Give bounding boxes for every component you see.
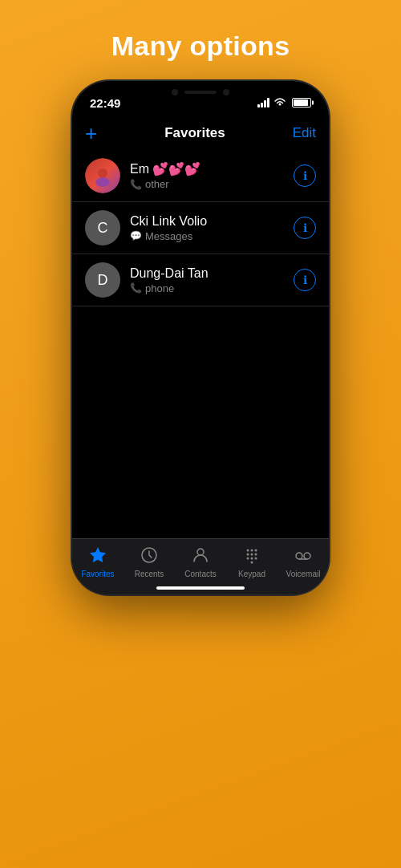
svg-point-11 xyxy=(251,558,253,560)
wifi-icon xyxy=(273,97,286,109)
tab-label-favorites: Favorites xyxy=(81,570,114,578)
messages-icon: 💬 xyxy=(130,230,142,241)
svg-point-13 xyxy=(251,562,253,564)
contact-sub-label-dung: phone xyxy=(145,282,174,294)
avatar-em xyxy=(85,158,120,193)
page-title: Many options xyxy=(111,30,290,62)
contact-name-em: Em 💕💕💕 xyxy=(130,161,294,176)
svg-point-7 xyxy=(247,554,249,556)
tab-favorites[interactable]: Favorites xyxy=(72,546,124,578)
contact-sub-dung: 📞 phone xyxy=(130,282,294,294)
svg-point-3 xyxy=(197,549,204,555)
phone-icon: 📞 xyxy=(130,179,142,190)
notch-dot xyxy=(172,89,178,95)
phone-shell: 22:49 + Favorites xyxy=(72,81,329,594)
avatar-dung: D xyxy=(85,262,120,298)
svg-point-1 xyxy=(95,177,110,187)
contact-info-em: Em 💕💕💕 📞 other xyxy=(130,161,294,190)
tab-voicemail[interactable]: Voicemail xyxy=(277,546,329,578)
tab-keypad[interactable]: Keypad xyxy=(226,546,277,578)
svg-point-10 xyxy=(247,558,249,560)
contact-info-cki: Cki Link Volio 💬 Messages xyxy=(130,214,294,242)
nav-bar: + Favorites Edit xyxy=(72,116,329,150)
phone-icon-dung: 📞 xyxy=(130,282,142,294)
contact-sub-label-em: other xyxy=(145,178,169,190)
status-time: 22:49 xyxy=(90,96,120,110)
avatar-cki: C xyxy=(85,210,120,245)
avatar-letter-dung: D xyxy=(98,272,108,289)
favorites-icon xyxy=(88,546,107,568)
info-button-dung[interactable]: ℹ xyxy=(294,269,316,291)
svg-point-5 xyxy=(251,550,253,552)
notch xyxy=(152,81,249,103)
contact-item-em[interactable]: Em 💕💕💕 📞 other ℹ xyxy=(72,150,329,202)
svg-point-9 xyxy=(255,554,257,556)
nav-title: Favorites xyxy=(164,125,225,141)
contact-sub-em: 📞 other xyxy=(130,178,294,190)
contact-list: Em 💕💕💕 📞 other ℹ C Cki Link Volio 💬 xyxy=(72,150,329,538)
svg-point-6 xyxy=(255,550,257,552)
avatar-letter-cki: C xyxy=(98,220,108,237)
battery-icon xyxy=(292,98,311,107)
info-button-cki[interactable]: ℹ xyxy=(294,217,316,239)
voicemail-icon xyxy=(294,546,313,568)
notch-dot xyxy=(223,89,229,95)
tab-label-voicemail: Voicemail xyxy=(286,570,321,578)
svg-point-12 xyxy=(255,558,257,560)
tab-contacts[interactable]: Contacts xyxy=(175,546,226,578)
contact-info-dung: Dung-Dai Tan 📞 phone xyxy=(130,266,294,294)
status-icons xyxy=(257,97,311,109)
contacts-icon xyxy=(191,546,210,568)
contact-name-dung: Dung-Dai Tan xyxy=(130,266,294,281)
add-favorite-button[interactable]: + xyxy=(85,123,97,144)
tab-label-contacts: Contacts xyxy=(184,570,216,578)
svg-point-0 xyxy=(98,168,107,178)
recents-icon xyxy=(140,546,159,568)
keypad-icon xyxy=(242,546,261,568)
screen: 22:49 + Favorites xyxy=(72,81,329,594)
svg-point-14 xyxy=(296,553,302,559)
contact-item-cki[interactable]: C Cki Link Volio 💬 Messages ℹ xyxy=(72,202,329,254)
svg-point-15 xyxy=(304,553,310,559)
contact-sub-label-cki: Messages xyxy=(145,230,192,242)
notch-line xyxy=(184,91,217,94)
svg-point-8 xyxy=(251,554,253,556)
info-button-em[interactable]: ℹ xyxy=(294,164,316,187)
signal-icon xyxy=(257,98,269,107)
tab-label-keypad: Keypad xyxy=(238,570,265,578)
home-indicator xyxy=(156,586,245,590)
contact-name-cki: Cki Link Volio xyxy=(130,214,294,229)
tab-label-recents: Recents xyxy=(135,570,164,578)
tab-recents[interactable]: Recents xyxy=(124,546,175,578)
contact-sub-cki: 💬 Messages xyxy=(130,230,294,242)
edit-button[interactable]: Edit xyxy=(293,125,316,141)
svg-point-4 xyxy=(247,550,249,552)
contact-item-dung[interactable]: D Dung-Dai Tan 📞 phone ℹ xyxy=(72,254,329,306)
battery-fill xyxy=(294,99,308,106)
